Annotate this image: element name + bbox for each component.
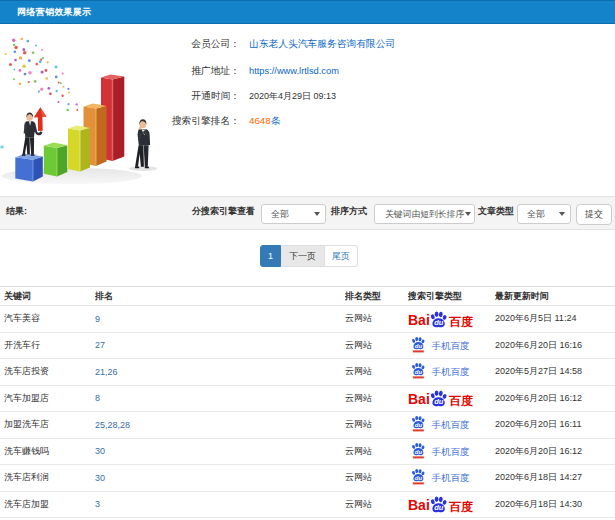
- keyword-rank-table: 关键词 排名 排名类型 搜索引擎类型 最新更新时间 汽车美容9云网站 Bai d…: [0, 286, 615, 518]
- rank-cell[interactable]: 21,26: [95, 367, 345, 377]
- mobile-baidu-text: 手机百度: [432, 472, 470, 483]
- baidu-bai-text: Bai: [408, 497, 430, 513]
- baidu-paw-icon: du: [430, 497, 447, 513]
- engine-filter-label: 分搜索引擎查看: [192, 197, 255, 226]
- article-type-select[interactable]: 全部: [517, 204, 571, 224]
- submit-button[interactable]: 提交: [576, 204, 612, 225]
- rank-cell[interactable]: 9: [95, 314, 345, 324]
- baidu-logo: Bai du 百度: [408, 308, 495, 330]
- rank-cell[interactable]: 25,28,28: [95, 420, 345, 430]
- sort-label: 排序方式: [331, 197, 367, 226]
- mobile-baidu-logo: du 手机百度: [408, 415, 495, 434]
- rank-cell[interactable]: 3: [95, 499, 345, 509]
- mobile-baidu-text: 手机百度: [432, 419, 470, 430]
- pagination: 1 下一页 尾页: [260, 245, 358, 267]
- rank-cell[interactable]: 30: [95, 446, 345, 456]
- keyword-cell: 洗车店投资: [0, 365, 95, 378]
- mobile-baidu-text: 手机百度: [432, 445, 470, 456]
- baidu-bai-text: Bai: [408, 391, 430, 407]
- time-cell: 2020年6月20日 16:12: [495, 392, 615, 405]
- keyword-cell: 洗车店加盟: [0, 498, 95, 511]
- mobile-paw-icon: du: [412, 443, 426, 458]
- engine-select[interactable]: 全部: [261, 204, 326, 224]
- info-row-open-time: 开通时间：2020年4月29日 09:13: [0, 88, 480, 104]
- col-keyword: 关键词: [0, 290, 95, 303]
- baidu-paw-icon: du: [430, 391, 447, 407]
- time-cell: 2020年5月27日 14:58: [495, 365, 615, 378]
- mobile-paw-icon: du: [412, 363, 426, 378]
- baidu-du-text: du: [434, 398, 444, 407]
- sort-select[interactable]: 关键词由短到长排序: [374, 204, 475, 224]
- baidu-paw-icon: du: [430, 311, 447, 327]
- table-header-row: 关键词 排名 排名类型 搜索引擎类型 最新更新时间: [0, 286, 615, 306]
- table-row: 汽车加盟店8云网站 Bai du 百度 2020年6月20日 16:12: [0, 386, 615, 413]
- sort-select-value: 关键词由短到长排序: [385, 205, 464, 223]
- engine-cell: Bai du 百度: [408, 387, 495, 409]
- rank-count-number: 4648: [249, 115, 271, 126]
- article-type-select-value: 全部: [527, 205, 545, 223]
- mobile-baidu-logo: du 手机百度: [408, 468, 495, 487]
- baidu-du-text: du: [434, 318, 444, 327]
- rank-type-cell: 云网站: [345, 498, 408, 511]
- mobile-baidu-logo: du 手机百度: [408, 336, 495, 355]
- engine-select-value: 全部: [271, 205, 289, 223]
- table-row: 洗车店投资21,26云网站 du 手机百度 2020年5月27日 14:58: [0, 359, 615, 386]
- table-row: 洗车赚钱吗30云网站 du 手机百度 2020年6月20日 16:12: [0, 439, 615, 466]
- company-label: 会员公司：: [0, 36, 240, 52]
- info-row-company: 会员公司：山东老人头汽车服务咨询有限公司: [0, 36, 480, 52]
- page-last[interactable]: 尾页: [325, 245, 358, 267]
- rank-cell[interactable]: 30: [95, 473, 345, 483]
- keyword-cell: 洗车店利润: [0, 471, 95, 484]
- url-label: 推广地址：: [0, 63, 240, 79]
- bar-green: [44, 143, 68, 177]
- time-cell: 2020年6月20日 16:12: [495, 445, 615, 458]
- rank-count-label: 搜索引擎排名：: [0, 113, 240, 129]
- result-label: 结果:: [6, 197, 27, 226]
- mobile-baidu-text: 手机百度: [432, 366, 470, 377]
- mobile-paw-icon: du: [412, 416, 426, 431]
- bar-yellow: [68, 126, 90, 172]
- info-row-url: 推广地址：https://www.lrtlsd.com: [0, 63, 480, 79]
- mobile-baidu-logo: du 手机百度: [408, 362, 495, 381]
- engine-cell: Bai du 百度: [408, 493, 495, 515]
- table-row: 开洗车行27云网站 du 手机百度 2020年6月20日 16:16: [0, 333, 615, 360]
- info-row-rank-count: 搜索引擎排名：4648条: [0, 113, 480, 129]
- filter-band: 结果: 分搜索引擎查看 全部 排序方式 关键词由短到长排序 文章类型 全部 提交: [0, 196, 615, 230]
- baidu-cn-text: 百度: [448, 394, 473, 408]
- page-current[interactable]: 1: [260, 245, 281, 267]
- mobile-du-text: du: [415, 422, 423, 428]
- engine-select-arrow-icon: [314, 212, 320, 216]
- table-row: 汽车美容9云网站 Bai du 百度 2020年6月5日 11:24: [0, 306, 615, 333]
- engine-cell: du 手机百度: [408, 336, 495, 355]
- time-cell: 2020年6月18日 14:30: [495, 498, 615, 511]
- rank-type-cell: 云网站: [345, 418, 408, 431]
- mobile-du-text: du: [415, 449, 423, 455]
- rank-cell[interactable]: 8: [95, 393, 345, 403]
- time-cell: 2020年6月20日 16:11: [495, 418, 615, 431]
- engine-cell: du 手机百度: [408, 442, 495, 461]
- top-title-bar: 网络营销效果展示: [0, 0, 615, 24]
- time-cell: 2020年6月18日 14:27: [495, 471, 615, 484]
- rank-cell[interactable]: 27: [95, 340, 345, 350]
- company-value[interactable]: 山东老人头汽车服务咨询有限公司: [249, 38, 395, 49]
- mobile-du-text: du: [415, 369, 423, 375]
- page-next[interactable]: 下一页: [281, 245, 325, 267]
- keyword-cell: 开洗车行: [0, 339, 95, 352]
- col-rank: 排名: [95, 290, 345, 303]
- engine-cell: Bai du 百度: [408, 308, 495, 330]
- engine-cell: du 手机百度: [408, 415, 495, 434]
- rank-type-cell: 云网站: [345, 339, 408, 352]
- time-cell: 2020年6月20日 16:16: [495, 339, 615, 352]
- keyword-cell: 汽车加盟店: [0, 392, 95, 405]
- keyword-cell: 加盟洗车店: [0, 418, 95, 431]
- table-row: 洗车店利润30云网站 du 手机百度 2020年6月18日 14:27: [0, 465, 615, 492]
- article-type-label: 文章类型: [478, 197, 514, 226]
- rank-type-cell: 云网站: [345, 445, 408, 458]
- col-update-time: 最新更新时间: [495, 290, 615, 303]
- url-value[interactable]: https://www.lrtlsd.com: [249, 66, 339, 76]
- mobile-du-text: du: [415, 475, 423, 481]
- table-row: 洗车店加盟3云网站 Bai du 百度 2020年6月18日 14:30: [0, 492, 615, 519]
- open-time-value: 2020年4月29日 09:13: [249, 91, 336, 101]
- rank-type-cell: 云网站: [345, 471, 408, 484]
- rank-count-unit: 条: [271, 115, 281, 126]
